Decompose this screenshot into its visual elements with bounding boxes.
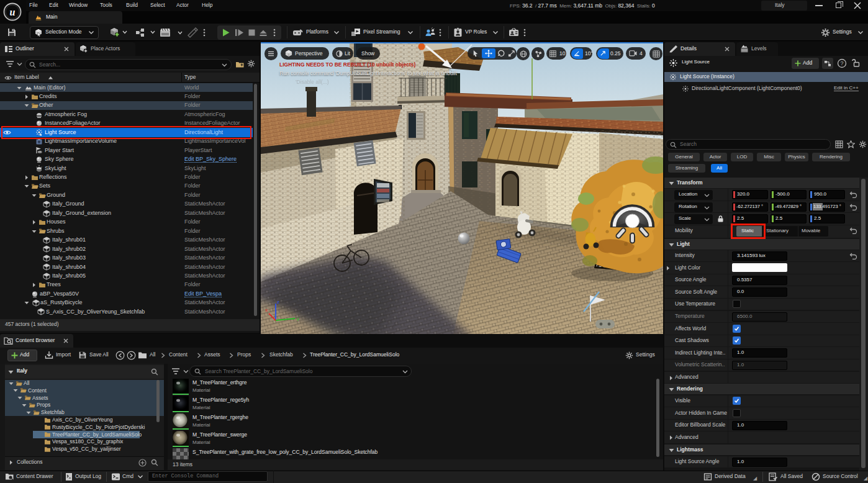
svg-text:Y: Y [296, 317, 300, 322]
svg-text:z: z [277, 299, 279, 305]
svg-text:x: x [265, 307, 268, 313]
svg-text:u: u [10, 7, 16, 17]
svg-text:?: ? [840, 60, 843, 66]
